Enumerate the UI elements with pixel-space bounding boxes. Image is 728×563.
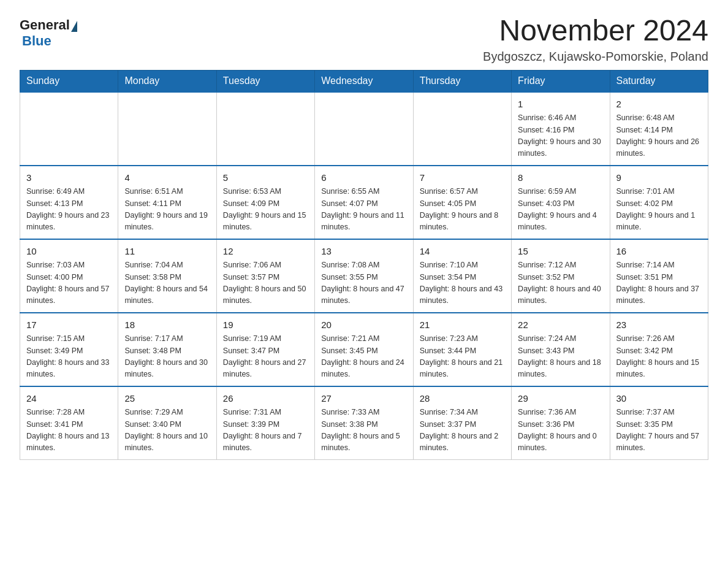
- logo: General Blue: [20, 15, 78, 49]
- calendar-cell: [20, 92, 118, 166]
- day-info: Sunrise: 7:08 AM Sunset: 3:55 PM Dayligh…: [321, 259, 406, 307]
- calendar-header: SundayMondayTuesdayWednesdayThursdayFrid…: [20, 70, 708, 92]
- day-number: 18: [124, 318, 210, 332]
- day-number: 23: [616, 318, 702, 332]
- calendar-cell: 29Sunrise: 7:36 AM Sunset: 3:36 PM Dayli…: [512, 386, 610, 460]
- month-title: November 2024: [483, 15, 708, 47]
- calendar-cell: 27Sunrise: 7:33 AM Sunset: 3:38 PM Dayli…: [315, 386, 413, 460]
- day-number: 12: [223, 245, 308, 259]
- calendar-week-row: 3Sunrise: 6:49 AM Sunset: 4:13 PM Daylig…: [20, 166, 708, 239]
- day-info: Sunrise: 6:49 AM Sunset: 4:13 PM Dayligh…: [26, 186, 112, 234]
- day-info: Sunrise: 7:01 AM Sunset: 4:02 PM Dayligh…: [616, 186, 702, 234]
- calendar-cell: [413, 92, 511, 166]
- day-info: Sunrise: 7:29 AM Sunset: 3:40 PM Dayligh…: [124, 407, 210, 454]
- day-number: 28: [420, 392, 505, 406]
- day-info: Sunrise: 7:14 AM Sunset: 3:51 PM Dayligh…: [616, 259, 702, 307]
- day-info: Sunrise: 6:48 AM Sunset: 4:14 PM Dayligh…: [616, 112, 702, 160]
- weekday-header-saturday: Saturday: [610, 70, 708, 92]
- calendar-cell: 22Sunrise: 7:24 AM Sunset: 3:43 PM Dayli…: [512, 313, 610, 386]
- logo-blue-text: Blue: [20, 33, 51, 49]
- calendar-cell: 23Sunrise: 7:26 AM Sunset: 3:42 PM Dayli…: [610, 313, 708, 386]
- calendar-cell: 28Sunrise: 7:34 AM Sunset: 3:37 PM Dayli…: [413, 386, 511, 460]
- day-number: 13: [321, 245, 406, 259]
- calendar-cell: 6Sunrise: 6:55 AM Sunset: 4:07 PM Daylig…: [315, 166, 413, 239]
- calendar-week-row: 24Sunrise: 7:28 AM Sunset: 3:41 PM Dayli…: [20, 386, 708, 460]
- day-number: 3: [26, 171, 112, 185]
- day-info: Sunrise: 7:33 AM Sunset: 3:38 PM Dayligh…: [321, 407, 406, 454]
- day-number: 8: [518, 171, 603, 185]
- calendar-cell: 19Sunrise: 7:19 AM Sunset: 3:47 PM Dayli…: [216, 313, 314, 386]
- calendar-cell: 12Sunrise: 7:06 AM Sunset: 3:57 PM Dayli…: [216, 239, 314, 313]
- calendar-cell: 17Sunrise: 7:15 AM Sunset: 3:49 PM Dayli…: [20, 313, 118, 386]
- day-info: Sunrise: 6:51 AM Sunset: 4:11 PM Dayligh…: [124, 186, 210, 234]
- calendar-cell: 1Sunrise: 6:46 AM Sunset: 4:16 PM Daylig…: [512, 92, 610, 166]
- day-number: 22: [518, 318, 603, 332]
- calendar-cell: 9Sunrise: 7:01 AM Sunset: 4:02 PM Daylig…: [610, 166, 708, 239]
- day-number: 2: [616, 98, 702, 112]
- day-info: Sunrise: 7:12 AM Sunset: 3:52 PM Dayligh…: [518, 259, 603, 307]
- calendar-cell: 14Sunrise: 7:10 AM Sunset: 3:54 PM Dayli…: [413, 239, 511, 313]
- day-number: 26: [223, 392, 308, 406]
- day-info: Sunrise: 7:34 AM Sunset: 3:37 PM Dayligh…: [420, 407, 505, 454]
- day-number: 1: [518, 98, 603, 112]
- calendar-cell: 3Sunrise: 6:49 AM Sunset: 4:13 PM Daylig…: [20, 166, 118, 239]
- logo-general-text: General: [20, 17, 70, 33]
- calendar-cell: 11Sunrise: 7:04 AM Sunset: 3:58 PM Dayli…: [118, 239, 216, 313]
- day-info: Sunrise: 7:37 AM Sunset: 3:35 PM Dayligh…: [616, 407, 702, 454]
- day-info: Sunrise: 7:23 AM Sunset: 3:44 PM Dayligh…: [420, 333, 505, 381]
- calendar-table: SundayMondayTuesdayWednesdayThursdayFrid…: [20, 70, 708, 460]
- day-number: 16: [616, 245, 702, 259]
- day-info: Sunrise: 7:24 AM Sunset: 3:43 PM Dayligh…: [518, 333, 603, 381]
- title-area: November 2024 Bydgoszcz, Kujawsko-Pomors…: [483, 15, 708, 64]
- weekday-header-friday: Friday: [512, 70, 610, 92]
- day-info: Sunrise: 7:26 AM Sunset: 3:42 PM Dayligh…: [616, 333, 702, 381]
- calendar-cell: 7Sunrise: 6:57 AM Sunset: 4:05 PM Daylig…: [413, 166, 511, 239]
- calendar-cell: 21Sunrise: 7:23 AM Sunset: 3:44 PM Dayli…: [413, 313, 511, 386]
- day-number: 29: [518, 392, 603, 406]
- day-number: 11: [124, 245, 210, 259]
- calendar-cell: 8Sunrise: 6:59 AM Sunset: 4:03 PM Daylig…: [512, 166, 610, 239]
- calendar-cell: 16Sunrise: 7:14 AM Sunset: 3:51 PM Dayli…: [610, 239, 708, 313]
- day-number: 17: [26, 318, 112, 332]
- day-info: Sunrise: 6:55 AM Sunset: 4:07 PM Dayligh…: [321, 186, 406, 234]
- day-info: Sunrise: 7:19 AM Sunset: 3:47 PM Dayligh…: [223, 333, 308, 381]
- day-number: 10: [26, 245, 112, 259]
- day-info: Sunrise: 7:28 AM Sunset: 3:41 PM Dayligh…: [26, 407, 112, 454]
- day-info: Sunrise: 6:46 AM Sunset: 4:16 PM Dayligh…: [518, 112, 603, 160]
- day-number: 7: [420, 171, 505, 185]
- day-info: Sunrise: 7:04 AM Sunset: 3:58 PM Dayligh…: [124, 259, 210, 307]
- day-info: Sunrise: 7:10 AM Sunset: 3:54 PM Dayligh…: [420, 259, 505, 307]
- day-number: 6: [321, 171, 406, 185]
- day-number: 21: [420, 318, 505, 332]
- calendar-cell: 13Sunrise: 7:08 AM Sunset: 3:55 PM Dayli…: [315, 239, 413, 313]
- day-info: Sunrise: 6:59 AM Sunset: 4:03 PM Dayligh…: [518, 186, 603, 234]
- weekday-header-thursday: Thursday: [413, 70, 511, 92]
- calendar-cell: 30Sunrise: 7:37 AM Sunset: 3:35 PM Dayli…: [610, 386, 708, 460]
- location-subtitle: Bydgoszcz, Kujawsko-Pomorskie, Poland: [483, 50, 708, 64]
- day-number: 15: [518, 245, 603, 259]
- calendar-week-row: 1Sunrise: 6:46 AM Sunset: 4:16 PM Daylig…: [20, 92, 708, 166]
- calendar-body: 1Sunrise: 6:46 AM Sunset: 4:16 PM Daylig…: [20, 92, 708, 460]
- calendar-cell: 5Sunrise: 6:53 AM Sunset: 4:09 PM Daylig…: [216, 166, 314, 239]
- weekday-header-sunday: Sunday: [20, 70, 118, 92]
- day-info: Sunrise: 7:21 AM Sunset: 3:45 PM Dayligh…: [321, 333, 406, 381]
- day-info: Sunrise: 7:06 AM Sunset: 3:57 PM Dayligh…: [223, 259, 308, 307]
- day-info: Sunrise: 6:53 AM Sunset: 4:09 PM Dayligh…: [223, 186, 308, 234]
- day-info: Sunrise: 7:03 AM Sunset: 4:00 PM Dayligh…: [26, 259, 112, 307]
- calendar-week-row: 17Sunrise: 7:15 AM Sunset: 3:49 PM Dayli…: [20, 313, 708, 386]
- day-info: Sunrise: 7:17 AM Sunset: 3:48 PM Dayligh…: [124, 333, 210, 381]
- calendar-cell: 24Sunrise: 7:28 AM Sunset: 3:41 PM Dayli…: [20, 386, 118, 460]
- page-header: General Blue November 2024 Bydgoszcz, Ku…: [20, 15, 708, 64]
- day-number: 14: [420, 245, 505, 259]
- day-info: Sunrise: 7:31 AM Sunset: 3:39 PM Dayligh…: [223, 407, 308, 454]
- day-number: 19: [223, 318, 308, 332]
- day-info: Sunrise: 6:57 AM Sunset: 4:05 PM Dayligh…: [420, 186, 505, 234]
- weekday-header-row: SundayMondayTuesdayWednesdayThursdayFrid…: [20, 70, 708, 92]
- day-number: 30: [616, 392, 702, 406]
- logo-arrow-icon: [71, 21, 77, 32]
- day-number: 24: [26, 392, 112, 406]
- calendar-cell: 2Sunrise: 6:48 AM Sunset: 4:14 PM Daylig…: [610, 92, 708, 166]
- weekday-header-tuesday: Tuesday: [216, 70, 314, 92]
- calendar-cell: 20Sunrise: 7:21 AM Sunset: 3:45 PM Dayli…: [315, 313, 413, 386]
- day-number: 25: [124, 392, 210, 406]
